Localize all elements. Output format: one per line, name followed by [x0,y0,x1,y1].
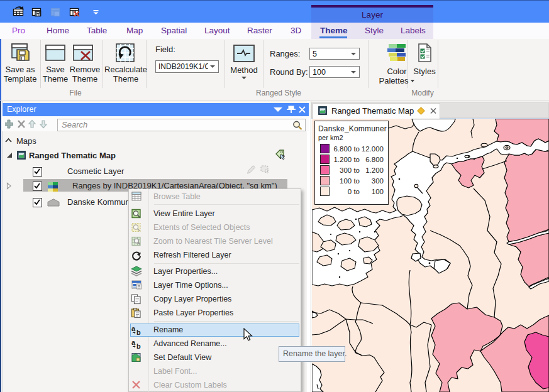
svg-text:a: a [131,325,136,332]
svg-text:b: b [136,342,141,350]
svg-text:b: b [136,329,141,336]
svg-text:a: a [131,339,136,346]
